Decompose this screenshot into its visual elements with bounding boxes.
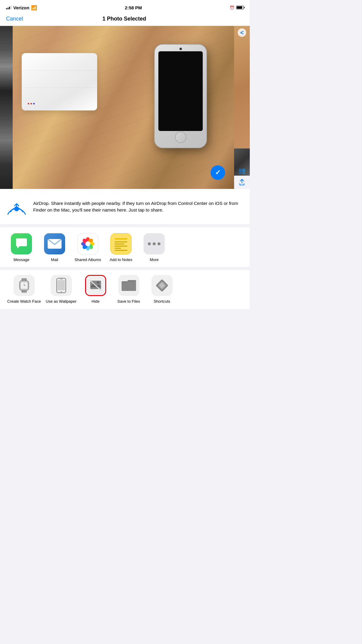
status-time: 2:58 PM (125, 5, 142, 10)
svg-point-10 (85, 241, 90, 246)
page-title: 1 Photo Selected (102, 16, 146, 22)
photo-main[interactable]: ✓ (13, 26, 234, 189)
share-row: Message Mail (0, 227, 250, 268)
action-item-save-to-files[interactable]: Save to Files (112, 275, 145, 304)
action-item-shortcuts[interactable]: Shortcuts (145, 275, 179, 304)
status-left: Verizon 📶 (6, 5, 37, 11)
notes-icon (113, 236, 129, 252)
mail-icon (47, 238, 62, 249)
share-item-shared-albums[interactable]: Shared Albums (71, 233, 104, 263)
hide-icon (88, 279, 103, 292)
selection-checkmark[interactable]: ✓ (211, 165, 225, 180)
section-divider-1 (0, 225, 250, 227)
share-row-inner: Message Mail (0, 233, 250, 263)
watch-icon (17, 278, 31, 293)
share-item-message[interactable]: Message (5, 233, 38, 263)
message-icon (15, 238, 28, 250)
back-arrow-button[interactable]: < (234, 28, 250, 37)
carrier-label: Verizon (13, 5, 29, 10)
photos-icon (79, 235, 96, 252)
cancel-button[interactable]: Cancel (6, 16, 23, 22)
share-item-add-to-notes[interactable]: Add to Notes (104, 233, 138, 263)
hide-label: Hide (91, 299, 100, 304)
more-label: More (150, 257, 159, 263)
svg-point-20 (61, 291, 62, 292)
more-icon (148, 242, 160, 245)
svg-rect-19 (58, 280, 65, 290)
action-row: Create Watch Face Use as Wallpaper (0, 270, 250, 309)
mail-label: Mail (51, 257, 58, 263)
section-divider-2 (0, 268, 250, 270)
share-icon (239, 179, 245, 186)
svg-rect-13 (21, 278, 27, 281)
action-item-use-as-wallpaper[interactable]: Use as Wallpaper (43, 275, 79, 304)
photo-side-right: < 👥 (234, 26, 250, 189)
svg-point-24 (97, 281, 99, 284)
share-item-mail[interactable]: Mail (38, 233, 71, 263)
svg-rect-14 (21, 290, 27, 293)
photo-strip: ✓ < 👥 (0, 26, 250, 189)
shared-albums-label: Shared Albums (75, 257, 101, 263)
phone-in-photo (154, 44, 210, 156)
action-row-inner: Create Watch Face Use as Wallpaper (0, 275, 250, 304)
share-button-side[interactable] (234, 176, 250, 189)
fabric-item (22, 53, 100, 113)
status-right: ⏰ (230, 5, 244, 10)
svg-rect-21 (60, 279, 63, 279)
use-as-wallpaper-label: Use as Wallpaper (46, 299, 77, 304)
signal-icon (6, 6, 11, 9)
phone-icon (56, 278, 67, 293)
nav-bar: Cancel 1 Photo Selected (0, 13, 250, 26)
shortcuts-label: Shortcuts (154, 299, 170, 304)
save-to-files-label: Save to Files (117, 299, 140, 304)
alarm-icon: ⏰ (230, 5, 234, 10)
files-icon (121, 279, 137, 292)
wifi-icon: 📶 (31, 5, 37, 11)
add-to-notes-label: Add to Notes (110, 257, 132, 263)
create-watch-face-label: Create Watch Face (7, 299, 41, 304)
action-item-create-watch-face[interactable]: Create Watch Face (5, 275, 43, 304)
airdrop-description: AirDrop. Share instantly with people nea… (33, 200, 244, 214)
svg-point-17 (24, 285, 24, 286)
photo-side-left[interactable] (0, 26, 13, 189)
shortcuts-icon (154, 278, 170, 293)
airdrop-icon (6, 196, 27, 217)
message-label: Message (14, 257, 30, 263)
share-item-more[interactable]: More (138, 233, 171, 263)
battery-icon (236, 6, 244, 9)
status-bar: Verizon 📶 2:58 PM ⏰ (0, 0, 250, 13)
action-item-hide[interactable]: Hide (79, 275, 112, 304)
airdrop-section[interactable]: AirDrop. Share instantly with people nea… (0, 189, 250, 225)
